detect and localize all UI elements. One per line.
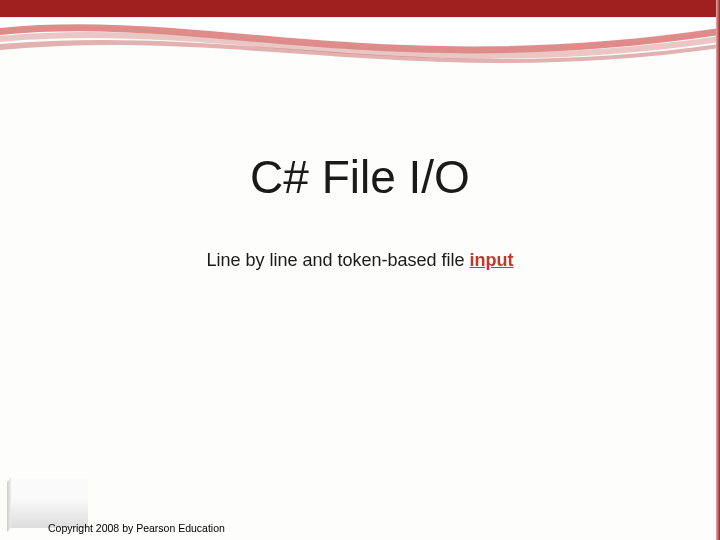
- header-swoosh-graphic: [0, 0, 720, 90]
- subtitle-emphasis: input: [470, 250, 514, 270]
- book-image-placeholder: [10, 478, 88, 528]
- subtitle-text: Line by line and token-based file: [206, 250, 469, 270]
- slide-subtitle: Line by line and token-based file input: [0, 250, 720, 271]
- copyright-text: Copyright 2008 by Pearson Education: [48, 522, 225, 534]
- slide-title: C# File I/O: [0, 150, 720, 204]
